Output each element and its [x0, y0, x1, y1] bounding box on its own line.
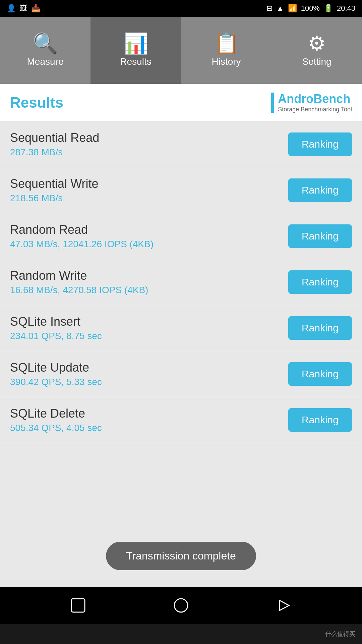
bench-info: Random Write 16.68 MB/s, 4270.58 IOPS (4… [10, 269, 148, 296]
bench-name: SQLite Delete [10, 407, 102, 421]
nfc-icon: ⊟ [266, 4, 273, 13]
tab-results[interactable]: 📊 Results [90, 17, 181, 84]
recents-button[interactable] [270, 592, 297, 619]
battery-icon: 🔋 [324, 4, 333, 13]
bench-name: SQLite Insert [10, 315, 102, 329]
signal-icon: 📶 [288, 4, 297, 13]
status-icons: 👤 🖼 📥 [7, 4, 40, 13]
bench-value: 390.42 QPS, 5.33 sec [10, 377, 102, 387]
brand-name-bench: Bench [313, 92, 350, 106]
tab-setting[interactable]: ⚙ Setting [272, 17, 362, 84]
results-title: Results [10, 94, 63, 111]
table-row: SQLite Update 390.42 QPS, 5.33 sec Ranki… [0, 351, 362, 397]
battery-percent: 100% [301, 4, 320, 13]
bench-info: Sequential Read 287.38 MB/s [10, 131, 99, 158]
ranking-button-0[interactable]: Ranking [288, 132, 352, 156]
table-row: Sequential Read 287.38 MB/s Ranking [0, 121, 362, 167]
bottom-strip: 什么值得买 [0, 624, 362, 644]
table-row: SQLite Delete 505.34 QPS, 4.05 sec Ranki… [0, 397, 362, 443]
ranking-button-3[interactable]: Ranking [288, 270, 352, 294]
bench-value: 505.34 QPS, 4.05 sec [10, 423, 102, 433]
bench-info: SQLite Insert 234.01 QPS, 8.75 sec [10, 315, 102, 341]
history-icon: 📋 [214, 34, 239, 54]
brand-text: AndroBench Storage Benchmarking Tool [278, 92, 352, 113]
status-bar: 👤 🖼 📥 ⊟ ▲ 📶 100% 🔋 20:43 [0, 0, 362, 17]
tab-history[interactable]: 📋 History [181, 17, 272, 84]
image-icon: 🖼 [20, 4, 27, 13]
setting-icon: ⚙ [308, 34, 326, 54]
bench-name: Sequential Read [10, 131, 99, 145]
bench-name: Random Write [10, 269, 148, 283]
user-icon: 👤 [7, 4, 16, 13]
results-header: Results AndroBench Storage Benchmarking … [0, 84, 362, 121]
bench-value: 218.56 MB/s [10, 193, 98, 204]
back-button[interactable] [65, 592, 92, 619]
brand-bar [271, 93, 274, 113]
results-icon: 📊 [123, 34, 148, 54]
svg-marker-2 [280, 600, 289, 610]
svg-point-1 [174, 599, 188, 612]
brand-sub: Storage Benchmarking Tool [278, 106, 352, 113]
bench-name: Sequential Write [10, 177, 98, 191]
bench-name: Random Read [10, 223, 154, 237]
bottom-nav [0, 587, 362, 624]
clock: 20:43 [337, 4, 355, 13]
bench-value: 47.03 MB/s, 12041.26 IOPS (4KB) [10, 239, 154, 250]
benchmark-list: Sequential Read 287.38 MB/s Ranking Sequ… [0, 121, 362, 587]
tab-results-label: Results [120, 56, 151, 67]
ranking-button-2[interactable]: Ranking [288, 224, 352, 248]
table-row: Random Write 16.68 MB/s, 4270.58 IOPS (4… [0, 259, 362, 305]
bench-info: Random Read 47.03 MB/s, 12041.26 IOPS (4… [10, 223, 154, 250]
brand-logo: AndroBench Storage Benchmarking Tool [271, 92, 352, 113]
measure-icon: 🔍 [33, 34, 58, 54]
download-icon: 📥 [31, 4, 40, 13]
bench-value: 234.01 QPS, 8.75 sec [10, 331, 102, 341]
home-button[interactable] [168, 592, 194, 619]
tab-measure-label: Measure [27, 56, 64, 67]
watermark-text: 什么值得买 [325, 630, 355, 638]
tab-setting-label: Setting [302, 56, 331, 67]
bench-name: SQLite Update [10, 361, 102, 375]
brand-name: AndroBench [278, 92, 352, 106]
table-row: Sequential Write 218.56 MB/s Ranking [0, 167, 362, 213]
bench-value: 16.68 MB/s, 4270.58 IOPS (4KB) [10, 285, 148, 296]
table-row: SQLite Insert 234.01 QPS, 8.75 sec Ranki… [0, 305, 362, 351]
table-row: Random Read 47.03 MB/s, 12041.26 IOPS (4… [0, 213, 362, 259]
ranking-button-6[interactable]: Ranking [288, 408, 352, 432]
toast-message: Transmission complete [106, 542, 256, 570]
bench-info: SQLite Update 390.42 QPS, 5.33 sec [10, 361, 102, 387]
brand-name-andro: Andro [278, 92, 313, 106]
svg-rect-0 [71, 599, 85, 612]
status-right: ⊟ ▲ 📶 100% 🔋 20:43 [266, 4, 355, 13]
ranking-button-1[interactable]: Ranking [288, 178, 352, 202]
ranking-button-4[interactable]: Ranking [288, 316, 352, 340]
bench-info: SQLite Delete 505.34 QPS, 4.05 sec [10, 407, 102, 433]
ranking-button-5[interactable]: Ranking [288, 362, 352, 386]
tab-bar: 🔍 Measure 📊 Results 📋 History ⚙ Setting [0, 17, 362, 84]
tab-measure[interactable]: 🔍 Measure [0, 17, 90, 84]
bench-info: Sequential Write 218.56 MB/s [10, 177, 98, 204]
tab-history-label: History [212, 56, 241, 67]
wifi-icon: ▲ [277, 4, 284, 13]
bench-value: 287.38 MB/s [10, 147, 99, 158]
